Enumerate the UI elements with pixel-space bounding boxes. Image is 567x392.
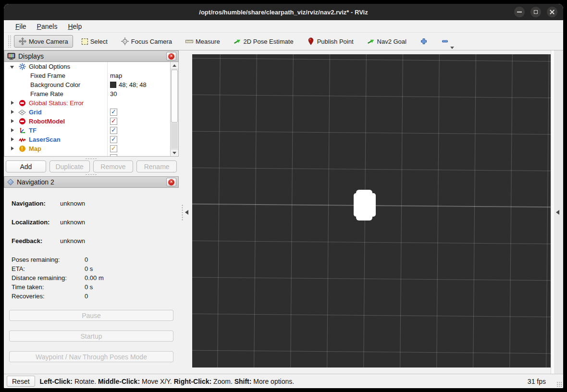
nav-status-row: Navigation: unknown — [12, 199, 85, 208]
status-value: unknown — [60, 200, 85, 207]
tree-row-global-status[interactable]: Global Status: Error — [4, 98, 178, 108]
expander-closed-icon[interactable] — [10, 137, 15, 142]
scrollbar-track[interactable] — [171, 123, 178, 148]
nav2-close-button[interactable]: ✕ — [166, 178, 176, 186]
stat-value: 0 — [85, 293, 88, 300]
row-value[interactable]: 30 — [110, 90, 117, 98]
waypoint-mode-button[interactable]: Waypoint / Nav Through Poses Mode — [9, 351, 173, 362]
tree-row-map[interactable]: ! Map — [4, 144, 178, 153]
arrow-down-icon — [173, 152, 176, 154]
scrollbar-thumb[interactable] — [171, 70, 178, 122]
laserscan-checkbox[interactable] — [110, 136, 117, 143]
robotmodel-checkbox[interactable] — [110, 118, 117, 125]
duplicate-button[interactable]: Duplicate — [49, 160, 90, 172]
nav-stat-row: Time taken: 0 s — [12, 282, 93, 292]
resize-grip[interactable] — [556, 381, 562, 387]
add-button[interactable]: Add — [6, 160, 46, 172]
remove-tool-icon — [441, 37, 449, 45]
tree-row-global-options[interactable]: Global Options — [4, 62, 178, 71]
pause-button[interactable]: Pause — [9, 310, 173, 321]
pose-estimate-icon — [234, 37, 241, 45]
error-icon — [18, 99, 26, 107]
diamond-icon — [7, 179, 14, 185]
startup-button[interactable]: Startup — [9, 331, 173, 342]
select-tool[interactable]: Select — [77, 36, 112, 48]
panel-resize-handle[interactable] — [4, 157, 179, 160]
expander-open-icon[interactable] — [10, 64, 15, 69]
tree-row-partial[interactable] — [4, 153, 178, 157]
right-strip — [551, 50, 563, 374]
expander-closed-icon[interactable] — [10, 128, 15, 133]
measure-tool[interactable]: Measure — [181, 35, 225, 48]
row-value[interactable]: 48; 48; 48 — [119, 81, 147, 88]
rename-button[interactable]: Rename — [136, 160, 177, 172]
grid-checkbox[interactable] — [110, 109, 117, 116]
remove-tool-button[interactable] — [436, 35, 454, 48]
menu-bar: File Panels Help — [4, 20, 563, 33]
collapse-left-icon[interactable] — [185, 210, 188, 215]
expander-closed-icon[interactable] — [10, 110, 15, 115]
focus-camera-icon — [121, 37, 129, 45]
close-icon: ✕ — [168, 179, 174, 185]
toolbar-drag-handle[interactable] — [8, 35, 11, 48]
move-camera-tool[interactable]: Move Camera — [14, 35, 73, 48]
menu-file[interactable]: File — [11, 22, 31, 31]
minimize-button[interactable] — [514, 7, 525, 17]
pose-estimate-tool[interactable]: 2D Pose Estimate — [229, 35, 298, 48]
splitter-dots — [182, 204, 183, 220]
rviz-window: /opt/ros/humble/share/clearpath_viz/rviz… — [4, 4, 563, 388]
row-value[interactable]: map — [110, 72, 122, 79]
map-checkbox[interactable] — [110, 145, 117, 152]
scroll-down-button[interactable] — [171, 149, 178, 156]
warning-icon: ! — [18, 145, 26, 152]
nav2-goal-tool[interactable]: Nav2 Goal — [362, 35, 411, 48]
reset-button[interactable]: Reset — [7, 376, 35, 387]
tree-row-frame-rate[interactable]: Frame Rate 30 — [4, 89, 178, 98]
color-swatch[interactable] — [110, 82, 116, 88]
displays-buttons: Add Duplicate Remove Rename — [4, 160, 179, 172]
tool-label: Measure — [196, 38, 220, 45]
expander-closed-icon[interactable] — [10, 101, 15, 106]
menu-panels[interactable]: Panels — [32, 22, 62, 31]
tree-row-background-color[interactable]: Background Color 48; 48; 48 — [4, 80, 178, 89]
close-button[interactable] — [547, 7, 557, 17]
stat-label: Distance remaining: — [12, 274, 85, 282]
menu-help[interactable]: Help — [63, 22, 86, 31]
stat-value: 0 s — [85, 265, 93, 272]
nav-status-row: Feedback: unknown — [12, 236, 85, 245]
tf-checkbox[interactable] — [110, 127, 117, 134]
tree-row-grid[interactable]: Grid — [4, 108, 178, 117]
tool-label: Focus Camera — [131, 38, 172, 45]
collapse-right-icon[interactable] — [556, 210, 559, 215]
panel-splitter[interactable] — [179, 50, 192, 374]
title-bar[interactable]: /opt/ros/humble/share/clearpath_viz/rviz… — [4, 4, 563, 20]
row-label: Global Options — [29, 63, 70, 70]
maximize-button[interactable] — [530, 7, 541, 17]
tree-row-fixed-frame[interactable]: Fixed Frame map — [4, 71, 178, 80]
displays-close-button[interactable]: ✕ — [166, 52, 176, 61]
displays-panel-header[interactable]: Displays ✕ — [4, 50, 179, 62]
fps-counter: 31 fps — [528, 378, 546, 385]
publish-point-tool[interactable]: Publish Point — [302, 35, 358, 48]
tree-row-robotmodel[interactable]: RobotModel — [4, 117, 178, 126]
axes-icon — [18, 127, 26, 134]
remove-button[interactable]: Remove — [93, 160, 134, 172]
render-view-3d[interactable] — [192, 54, 551, 368]
add-tool-icon — [420, 37, 428, 45]
tree-scrollbar[interactable] — [170, 62, 178, 156]
tree-row-tf[interactable]: TF — [4, 126, 178, 135]
expander-closed-icon[interactable] — [10, 147, 15, 151]
gear-icon — [18, 63, 26, 70]
add-tool-button[interactable] — [415, 35, 432, 48]
scroll-up-button[interactable] — [171, 62, 178, 69]
displays-tree[interactable]: Global Options Fixed Frame map Backgroun… — [4, 62, 179, 157]
right-splitter[interactable] — [554, 50, 563, 374]
tree-row-laserscan[interactable]: LaserScan — [4, 135, 178, 144]
status-bar: Reset Left-Click: Rotate. Middle-Click: … — [4, 374, 563, 388]
panel-resize-handle[interactable] — [4, 172, 179, 176]
focus-camera-tool[interactable]: Focus Camera — [116, 35, 177, 48]
expander-closed-icon[interactable] — [10, 119, 15, 124]
row-label: Map — [29, 145, 41, 152]
displays-panel-title: Displays — [18, 52, 163, 60]
nav2-panel-header[interactable]: Navigation 2 ✕ — [4, 176, 179, 188]
